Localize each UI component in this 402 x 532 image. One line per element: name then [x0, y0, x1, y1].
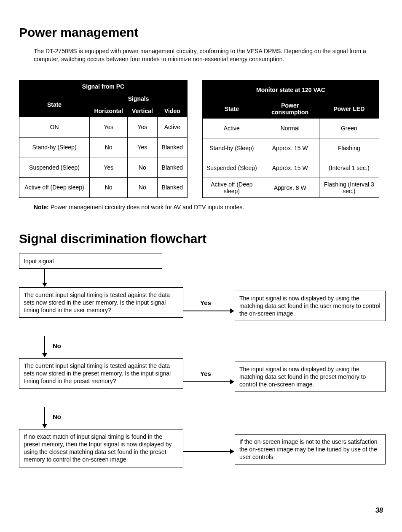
label-no: No	[53, 413, 61, 420]
flowchart: Input signal The current input signal ti…	[19, 254, 386, 494]
flow-box-preset-memory-display: The input signal is now displayed by usi…	[235, 362, 386, 392]
flow-box-input-signal: Input signal	[19, 254, 162, 269]
arrow-right-icon	[183, 451, 234, 452]
table-row: ActiveNormalGreen	[203, 118, 379, 138]
col-power-led: Power LED	[319, 99, 379, 118]
tables-container: Signal from PC State Signals Horizontal …	[19, 80, 383, 198]
col-state2: State	[203, 99, 261, 118]
table-signal-from-pc: Signal from PC State Signals Horizontal …	[19, 80, 188, 198]
page-number: 38	[19, 507, 383, 514]
arrow-down-icon	[44, 269, 45, 286]
table-row: ONYesYesActive	[19, 117, 188, 137]
flow-box-preset-memory-test: The current input signal timing is teste…	[19, 358, 183, 389]
arrow-down-icon	[44, 407, 45, 428]
flow-box-user-memory-test: The current input signal timing is teste…	[19, 287, 183, 318]
note-text: Power management circuitry does not work…	[51, 204, 244, 211]
flow-box-fine-tune: If the on-screen image is not to the use…	[235, 434, 386, 465]
table-row: Active off (Deep sleep)Approx. 8 WFlashi…	[203, 178, 379, 197]
table1-caption: Signal from PC	[19, 80, 188, 92]
arrow-down-icon	[44, 336, 45, 357]
heading-signal-discrimination: Signal discrimination flowchart	[19, 232, 383, 246]
intro-paragraph: The DT-2750MS is equipped with power man…	[34, 47, 383, 63]
flow-box-user-memory-display: The input signal is now displayed by usi…	[235, 291, 386, 321]
label-yes: Yes	[200, 299, 211, 306]
label-no: No	[53, 342, 61, 349]
col-signals: Signals	[90, 92, 188, 105]
arrow-right-icon	[183, 311, 234, 311]
table-row: Stand-by (Sleep)Approx. 15 WFlashing	[203, 138, 379, 158]
flow-box-closest-match: If no exact match of input signal timing…	[19, 429, 183, 467]
table-row: Suspended (Sleep)Approx. 15 W(Interval 1…	[203, 158, 379, 178]
arrow-right-icon	[183, 381, 234, 382]
table-row: Stand-by (Sleep)NoYesBlanked	[19, 137, 188, 157]
table-row: Suspended (Sleep)YesNoBlanked	[19, 157, 188, 178]
col-vertical: Vertical	[128, 105, 157, 117]
col-video: Video	[157, 105, 187, 117]
col-power-consumption: Power consumption	[261, 99, 319, 118]
table-monitor-state: Monitor state at 120 VAC State Power con…	[202, 80, 379, 198]
table2-caption: Monitor state at 120 VAC	[203, 80, 379, 99]
note: Note: Power management circuitry does no…	[34, 204, 383, 211]
col-state: State	[19, 92, 90, 117]
table-row: Active off (Deep sleep)NoNoBlanked	[19, 178, 188, 198]
heading-power-management: Power management	[19, 25, 383, 40]
note-label: Note:	[34, 204, 51, 211]
col-horizontal: Horizontal	[90, 105, 128, 117]
label-yes: Yes	[200, 370, 211, 377]
